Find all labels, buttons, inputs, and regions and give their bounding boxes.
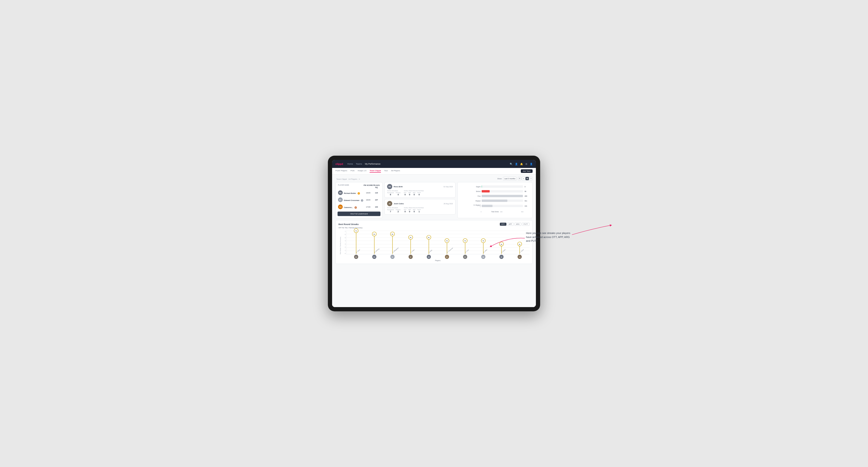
filter-putt[interactable]: PUTT (522, 223, 530, 226)
svg-text:RB: RB (501, 257, 503, 258)
info-view-icon[interactable]: ℹ (529, 177, 533, 180)
svg-text:R. Britt: R. Britt (429, 249, 433, 253)
activities-row-rees: OTT 0 APP 0 (404, 192, 424, 196)
bell-icon[interactable]: 🔔 (520, 163, 523, 165)
settings-icon[interactable]: ⚙ (525, 163, 527, 165)
user-icon[interactable]: 👤 (515, 163, 518, 165)
bar-track-dbogeys (482, 205, 523, 207)
ott-val-rees: 0 (404, 193, 406, 196)
ott-stat-rees: OTT 0 (404, 192, 406, 196)
bar-label-pars: Pars (472, 195, 481, 197)
filter-app[interactable]: APP (507, 223, 514, 226)
svg-text:7x: 7x (355, 230, 357, 231)
sub-nav: PGAT Players PGA Hcaps 1-5 Team Clippd T… (332, 168, 536, 175)
player-name-edward: Edward Crossman (344, 199, 360, 201)
nav-bar: clippd Home Teams My Performance 🔍 👤 🔔 ⚙… (332, 160, 536, 168)
tab-tour[interactable]: Tour (384, 169, 388, 173)
bar-label-birdies: Birdies (472, 191, 481, 192)
svg-text:CQ: CQ (519, 257, 521, 258)
show-select[interactable]: Last 3 months (503, 177, 517, 181)
bar-fill-eagles (482, 185, 482, 188)
pb-avg-cameron: 103 (373, 206, 380, 208)
y-tick-2: 2 (342, 247, 346, 248)
activities-group-josh: Total Practice Activities OTT 0 APP (404, 207, 424, 213)
activities-label-rees: Total Practice Activities (404, 190, 424, 191)
svg-text:D. Ford: D. Ford (465, 249, 469, 253)
svg-text:EE: EE (355, 257, 357, 258)
avatar-richard: RB (338, 190, 343, 195)
edit-icon[interactable]: ✏ (359, 178, 360, 180)
show-label: Show (497, 178, 502, 180)
practice-val-josh: 2 (396, 210, 401, 213)
add-team-button[interactable]: Add Team (521, 169, 533, 173)
player-row-edward[interactable]: EC Edward Crossman 2 18/20 107 (338, 196, 380, 203)
tournament-stat-josh: Tournament 7 (387, 209, 394, 213)
bar-bogeys: Bogeys 311 (472, 199, 530, 202)
practice-stat-josh: Practice 2 (396, 209, 401, 213)
nav-my-performance[interactable]: My Performance (365, 163, 380, 165)
arg-val-rees: 0 (413, 193, 415, 196)
card-header-rees: RB Rees Britt 02 Sep 2023 (387, 184, 453, 189)
player-info-edward: Edward Crossman 2 (344, 198, 364, 202)
rounds-row-rees: Tournament 8 Practice 4 (387, 192, 401, 196)
y-axis-label: Best Streak, Fairway Accuracy (339, 231, 342, 254)
team-title: Team Clippd 14 Players ✏ (335, 177, 360, 181)
pb-score-edward: 18/20 (364, 199, 373, 201)
view-icons: ⊞ ≡ ▦ ℹ (518, 177, 533, 180)
tab-all-players[interactable]: All Players (391, 169, 400, 173)
name-rees: Rees Britt (394, 186, 443, 188)
badge-cameron: 3 (354, 206, 357, 209)
svg-text:MM: MM (483, 257, 484, 258)
bar-label-eagles: Eagles (472, 186, 481, 187)
y-tick-7: 7 (342, 231, 346, 232)
table-view-icon[interactable]: ▦ (526, 177, 529, 180)
player-row-cameron[interactable]: CA Cameron... 3 17/20 103 (338, 204, 380, 210)
tab-team-clippd[interactable]: Team Clippd (370, 169, 381, 173)
avatar-cameron: CA (338, 205, 343, 209)
nav-teams[interactable]: Teams (356, 163, 362, 165)
bar-track-bogeys (482, 199, 523, 202)
team-controls: Show Last 3 months ⊞ ≡ ▦ ℹ (497, 177, 533, 181)
rounds-row-josh: Tournament 7 Practice 2 (387, 209, 401, 213)
leaderboard-panel: PLAYER NAME PB SCORE PB AVG SQ RB Richar… (335, 182, 382, 218)
tournament-val-josh: 7 (387, 210, 394, 213)
nav-icons: 🔍 👤 🔔 ⚙ 👤 (510, 163, 533, 165)
view-full-leaderboard-button[interactable]: View Full Leaderboard (338, 212, 380, 216)
pb-score-cameron: 17/20 (364, 206, 373, 208)
y-tick-6: 6 (342, 234, 346, 235)
svg-text:5x: 5x (428, 237, 430, 238)
streaks-title: Best Round Streaks (338, 223, 359, 225)
team-header: Team Clippd 14 Players ✏ Show Last 3 mon… (335, 177, 533, 181)
col-pb-score: PB SCORE (364, 184, 373, 188)
filter-arg[interactable]: ARG (515, 223, 521, 226)
player-card-rees: RB Rees Britt 02 Sep 2023 Total Rounds (384, 182, 456, 198)
search-icon[interactable]: 🔍 (510, 163, 513, 165)
player-row-richard[interactable]: RB Richard Butler 1 19/20 110 (338, 189, 380, 196)
pb-score-richard: 19/20 (364, 192, 373, 194)
nav-home[interactable]: Home (347, 163, 353, 165)
putt-stat-josh: PUTT 1 (417, 209, 421, 213)
x-axis-players-label: Players (346, 260, 530, 261)
grid-view-icon[interactable]: ⊞ (518, 177, 521, 180)
tab-hcaps[interactable]: Hcaps 1-5 (358, 169, 366, 173)
tournament-val-rees: 8 (387, 193, 394, 196)
tab-pga[interactable]: PGA (350, 169, 354, 173)
avatar-icon[interactable]: 👤 (530, 163, 533, 165)
tab-pgat[interactable]: PGAT Players (335, 169, 347, 173)
putt-val-rees: 0 (417, 193, 421, 196)
badge-richard: 1 (358, 192, 360, 195)
badge-edward: 2 (361, 199, 363, 201)
y-tick-1: 1 (342, 250, 346, 251)
x-axis-title: Total Shots (460, 211, 530, 213)
y-tick-3: 3 (342, 243, 346, 245)
svg-text:JC: JC (410, 257, 412, 258)
date-rees: 02 Sep 2023 (443, 186, 453, 187)
svg-text:4x: 4x (464, 240, 466, 242)
list-view-icon[interactable]: ≡ (522, 177, 525, 180)
bar-eagles: Eagles 3 (472, 185, 530, 188)
rounds-group-josh: Total Rounds Tournament 7 Practice (387, 207, 401, 213)
filter-ott[interactable]: OTT (500, 223, 506, 226)
app-stat-josh: APP 0 (408, 209, 411, 213)
stats-josh: Total Rounds Tournament 7 Practice (387, 207, 453, 213)
bar-fill-bogeys (482, 199, 507, 202)
